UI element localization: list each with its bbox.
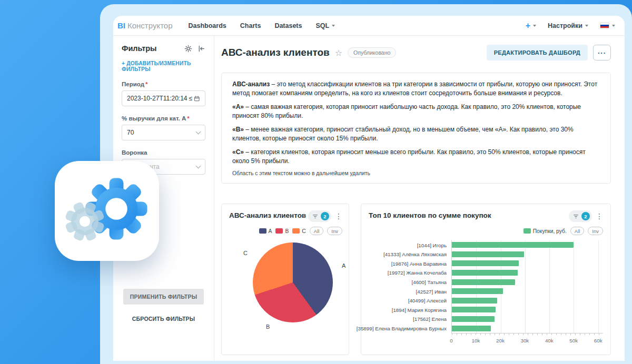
dashboard-header: АВС-анализ клиентов ☆ Опубликовано РЕДАК… xyxy=(221,43,611,62)
reset-filters-button[interactable]: СБРОСИТЬ ФИЛЬТРЫ xyxy=(122,316,205,322)
field-label: % выручки для кат. А* xyxy=(122,115,205,122)
plus-icon: + xyxy=(526,21,530,31)
bar-category-label: [1894] Мария Корягина xyxy=(369,305,451,315)
x-tick-label: 50k xyxy=(569,338,578,343)
revenue-pct-value: 70 xyxy=(127,129,134,136)
nav-item-datasets[interactable]: Datasets xyxy=(274,22,302,29)
app-window: BI Конструктор Dashboards Charts Dataset… xyxy=(113,16,625,361)
legend-item[interactable]: A xyxy=(259,228,272,234)
description-paragraph: «В» – менее важная категория, приносит с… xyxy=(232,125,600,143)
card-title: Топ 10 клиентов по сумме покупок xyxy=(369,210,569,219)
legend-all-button[interactable]: All xyxy=(310,227,324,235)
applied-filters-button[interactable]: 2 xyxy=(308,210,331,222)
bar-category-label: [35899] Елена Владимировна Бурных xyxy=(369,324,451,333)
add-edit-filters-link[interactable]: + ДОБАВИТЬ/ИЗМЕНИТЬ ФИЛЬТРЫ xyxy=(122,60,205,72)
bar[interactable] xyxy=(452,270,518,276)
chevron-down-icon xyxy=(585,25,588,27)
bar-category-label: [1044] Игорь xyxy=(369,240,451,250)
nav-item-charts[interactable]: Charts xyxy=(240,22,261,29)
apply-filters-button[interactable]: ПРИМЕНИТЬ ФИЛЬТРЫ xyxy=(123,289,204,305)
bar[interactable] xyxy=(452,288,503,294)
filter-count-badge: 2 xyxy=(581,212,590,220)
new-item-button[interactable]: + xyxy=(526,21,536,31)
legend-all-button[interactable]: All xyxy=(570,227,585,235)
description-card: АВС-анализ – это метод классификации кли… xyxy=(221,73,611,184)
x-tick-label: 30k xyxy=(520,338,529,343)
bar[interactable] xyxy=(452,242,574,248)
card-title: АВС-анализ клиентов xyxy=(229,210,308,219)
language-selector[interactable] xyxy=(600,23,615,29)
published-badge: Опубликовано xyxy=(348,47,396,58)
bar-plot xyxy=(451,240,603,333)
bar[interactable] xyxy=(452,326,491,331)
pie-legend: A B C All Inv xyxy=(229,227,342,235)
bar-chart: [1044] Игорь[41333] Алёнка Ляхомская[198… xyxy=(369,240,603,333)
bar-category-label: [41333] Алёнка Ляхомская xyxy=(369,250,451,259)
settings-menu[interactable]: Настройки xyxy=(548,22,588,29)
bar[interactable] xyxy=(452,260,519,266)
edit-dashboard-button[interactable]: РЕДАКТИРОВАТЬ ДАШБОРД xyxy=(487,45,588,60)
bar-category-label: [40499] Алексей xyxy=(369,296,451,306)
legend-inv-button[interactable]: Inv xyxy=(327,227,342,235)
bar-category-label: [42527] Иван xyxy=(369,287,451,296)
required-asterisk: * xyxy=(145,81,147,87)
x-tick-label: 0 xyxy=(450,338,452,343)
chevron-down-icon xyxy=(332,25,335,27)
chevron-down-icon xyxy=(196,164,201,169)
nav-right: + Настройки xyxy=(526,21,615,31)
bar-row xyxy=(452,240,603,250)
filter-field-period: Период* 2023-10-27T11:20:14 ≤ с... xyxy=(122,81,205,106)
more-options-button[interactable]: ··· xyxy=(593,45,611,60)
collapse-sidebar-icon[interactable] xyxy=(197,45,205,53)
bar-row xyxy=(452,250,603,259)
bar-row xyxy=(452,305,603,315)
bar-row xyxy=(452,287,603,296)
pie-chart-card: АВС-анализ клиентов 2 ⋮ xyxy=(221,204,349,355)
gear-icon[interactable] xyxy=(184,45,192,53)
legend-swatch bar-legend-swatch xyxy=(524,228,531,234)
legend-item[interactable]: C xyxy=(292,228,305,234)
nav-item-sql[interactable]: SQL xyxy=(316,22,335,29)
browser-shell: BI Конструктор Dashboards Charts Dataset… xyxy=(100,4,632,364)
content: Фильтры + ДОБАВИТЬ/ИЗМЕНИТЬ ФИЛЬТРЫ xyxy=(113,36,625,361)
bar-category-label: [4600] Татьяна xyxy=(369,278,451,287)
axis-ticks xyxy=(452,333,603,335)
bar-row xyxy=(452,324,603,333)
bar-row xyxy=(452,315,603,324)
bar-category-label: [19972] Жанна Кочелаба xyxy=(369,268,451,278)
page-title: АВС-анализ клиентов xyxy=(221,47,330,58)
legend-item[interactable]: B xyxy=(275,228,289,234)
nav-menu: Dashboards Charts Datasets SQL xyxy=(189,22,335,29)
bar[interactable] xyxy=(452,316,495,322)
pie-chart[interactable] xyxy=(253,242,333,322)
favorite-star-icon[interactable]: ☆ xyxy=(335,48,342,58)
description-paragraph: «С» – категория клиентов, которая принос… xyxy=(232,148,600,166)
revenue-pct-select[interactable]: 70 xyxy=(122,125,205,140)
nav-item-sql-label: SQL xyxy=(316,22,330,29)
bar-labels: [1044] Игорь[41333] Алёнка Ляхомская[198… xyxy=(369,240,451,333)
pie-slice-label: B xyxy=(266,323,270,330)
bar[interactable] xyxy=(452,298,497,304)
period-value: 2023-10-27T11:20:14 ≤ с... xyxy=(127,95,194,102)
bar[interactable] xyxy=(452,251,524,257)
kebab-menu-icon[interactable]: ⋮ xyxy=(596,213,603,220)
kebab-menu-icon[interactable]: ⋮ xyxy=(335,213,342,220)
description-paragraph: АВС-анализ – это метод классификации кли… xyxy=(232,80,600,98)
filter-icon xyxy=(573,214,579,219)
x-tick-label: 10k xyxy=(472,338,480,343)
bar[interactable] xyxy=(452,307,496,312)
app-logo[interactable]: BI Конструктор xyxy=(117,21,173,30)
logo-bi: BI xyxy=(117,21,125,30)
bar[interactable] xyxy=(452,279,515,285)
period-input[interactable]: 2023-10-27T11:20:14 ≤ с... xyxy=(122,90,205,106)
nav-item-dashboards[interactable]: Dashboards xyxy=(189,22,226,29)
bar-xaxis: 010k20k30k40k50k60k xyxy=(451,338,603,345)
legend-item[interactable]: Покупки, руб. xyxy=(524,228,567,234)
bar-category-label: [17562] Елена xyxy=(369,315,451,324)
applied-filters-button[interactable]: 2 xyxy=(569,210,592,222)
chevron-down-icon xyxy=(612,25,615,27)
bar-legend: Покупки, руб. All Inv xyxy=(369,227,603,235)
filter-icon xyxy=(312,214,318,219)
legend-inv-button[interactable]: Inv xyxy=(588,227,603,235)
field-label: Воронка xyxy=(122,149,205,156)
